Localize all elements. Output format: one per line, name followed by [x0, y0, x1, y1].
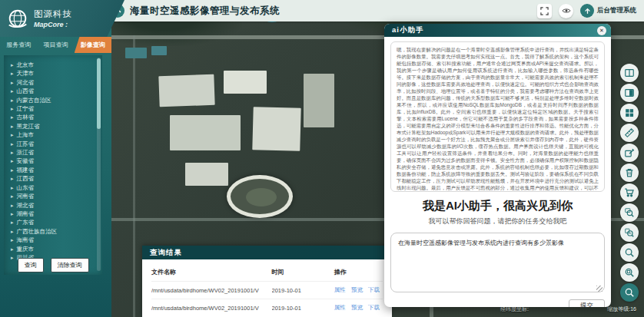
region-scrollbar[interactable]: [97, 58, 101, 271]
ai-assistant-panel: ai小助手 嗯，我现在要解决的问题是在一个海量时空遥感影像管理系统中进行查询，并…: [384, 24, 611, 307]
column-file-name: 文件名称: [151, 265, 272, 282]
region-item[interactable]: 湖北省: [11, 201, 102, 210]
sidebar-tabs: 服务查询 项目查询 影像查询: [0, 37, 111, 53]
map-building: [170, 115, 241, 150]
region-item[interactable]: 安徽省: [11, 157, 102, 165]
column-operation: 操作: [334, 265, 383, 282]
results-panel-body: 文件名称 时间 操作 /mnt/usdata/birdhome/WV02_201…: [142, 259, 392, 317]
region-item[interactable]: 山东省: [11, 183, 102, 192]
results-table-header: 文件名称 时间 操作: [151, 265, 383, 282]
region-item[interactable]: 上海市: [11, 130, 102, 139]
clear-query-button[interactable]: 清除查询: [51, 258, 89, 272]
header-actions: 后台管理系统: [537, 4, 644, 18]
region-item[interactable]: 海南省: [11, 236, 102, 244]
tab-service-query[interactable]: 服务查询: [0, 37, 37, 53]
cart-icon[interactable]: [620, 183, 639, 202]
region-item[interactable]: 广西壮族自治区: [11, 227, 102, 236]
attribute-link[interactable]: 属性: [334, 286, 346, 293]
fullscreen-icon[interactable]: [537, 4, 552, 18]
region-item[interactable]: 福建省: [11, 166, 102, 174]
ai-input-wrap: 在海量时空遥感影像管理与发布系统内进行查询有多少景影像: [390, 233, 605, 296]
map-road: [133, 35, 135, 317]
arrow-up-icon: [580, 4, 594, 18]
column-time: 时间: [272, 265, 334, 282]
swipe-compare-icon[interactable]: [620, 64, 639, 82]
region-item[interactable]: 浙江省: [11, 148, 102, 157]
grid-view-icon[interactable]: [620, 104, 639, 122]
map-building: [151, 46, 167, 55]
draw-rectangle-icon[interactable]: [620, 144, 639, 162]
ai-panel-title: ai小助手: [392, 25, 423, 35]
region-item[interactable]: 湖南省: [11, 210, 102, 218]
region-item[interactable]: 辽宁省: [11, 104, 102, 113]
map-toolbar: [619, 64, 640, 302]
region-item[interactable]: 河北省: [11, 78, 102, 87]
table-row[interactable]: /mnt/usdata/birdhome/WV02_20191001/V 201…: [151, 282, 383, 299]
query-point-icon[interactable]: [620, 243, 639, 262]
map-building: [224, 71, 267, 94]
region-item[interactable]: 天津市: [11, 69, 102, 78]
ai-reasoning-output: 嗯，我现在要解决的问题是在一个海量时空遥感影像管理系统中进行查询，并找出满足特定…: [390, 41, 605, 192]
brand-text: 图源科技 MapCore :: [34, 8, 72, 28]
region-item[interactable]: 江苏省: [11, 140, 102, 148]
admin-system-button[interactable]: 后台管理系统: [580, 4, 636, 18]
download-link[interactable]: 下载: [368, 304, 380, 311]
results-table: 文件名称 时间 操作 /mnt/usdata/birdhome/WV02_201…: [151, 265, 383, 316]
ai-panel-body: 嗯，我现在要解决的问题是在一个海量时空遥感影像管理系统中进行查询，并找出满足特定…: [384, 37, 611, 307]
region-list: 北京市 天津市 河北省 山西省 内蒙古自治区 辽宁省 吉林省 黑龙江省 上海市 …: [11, 61, 102, 262]
globe-logo-icon: [6, 7, 29, 30]
region-item[interactable]: 黑龙江省: [11, 122, 102, 130]
zoom-level-readout: 缩放等级:16: [607, 305, 636, 313]
submit-button[interactable]: 提交: [569, 299, 605, 307]
region-item[interactable]: 山西省: [11, 87, 102, 95]
resize-handle[interactable]: [596, 286, 603, 292]
tab-project-query[interactable]: 项目查询: [37, 37, 74, 53]
ai-task-input[interactable]: 在海量时空遥感影像管理与发布系统内进行查询有多少景影像: [390, 233, 605, 292]
map-building: [185, 163, 228, 186]
preview-link[interactable]: 预览: [351, 286, 363, 293]
ai-welcome-title: 我是AI小助手，很高兴见到你: [390, 199, 605, 213]
eye-icon[interactable]: [559, 4, 573, 18]
time-cell: 2019-10-01: [272, 299, 334, 317]
region-item[interactable]: 吉林省: [11, 113, 102, 121]
tab-image-query[interactable]: 影像查询: [75, 37, 111, 53]
query-rect-icon[interactable]: [620, 263, 639, 282]
ai-submit-row: 提交: [390, 299, 605, 307]
query-button[interactable]: 查询: [18, 258, 44, 272]
file-path-cell: /mnt/usdata/birdhome/WV02_20191001/V: [151, 299, 272, 317]
results-panel-title[interactable]: 查询结果: [142, 246, 392, 259]
zoom-area-in-icon[interactable]: [620, 203, 639, 222]
ai-welcome-subtitle: 我可以帮你回答问题，请把你的任务交给我吧: [390, 216, 605, 226]
region-item[interactable]: 重庆市: [11, 245, 102, 253]
map-building: [125, 48, 147, 58]
region-item[interactable]: 北京市: [11, 61, 102, 69]
operations-cell: 属性 预览 下载: [334, 299, 383, 317]
map-building: [304, 74, 334, 127]
region-panel: 北京市 天津市 河北省 山西省 内蒙古自治区 辽宁省 吉林省 黑龙江省 上海市 …: [4, 55, 102, 275]
map-building: [252, 107, 300, 151]
top-header: 海量时空遥感影像管理与发布系统 后台管理系统: [100, 0, 644, 21]
sidebar: 服务查询 项目查询 影像查询 北京市 天津市 河北省 山西省 内蒙古自治区 辽宁…: [0, 0, 111, 317]
measure-icon[interactable]: [620, 124, 639, 142]
delete-icon[interactable]: [620, 163, 639, 182]
download-link[interactable]: 下载: [368, 286, 380, 293]
table-row[interactable]: /mnt/usdata/birdhome/WV02_20191001/V 201…: [151, 299, 383, 317]
zoom-area-out-icon[interactable]: [620, 223, 639, 242]
query-search-active-icon[interactable]: [620, 283, 639, 302]
scrollbar-thumb[interactable]: [97, 58, 101, 129]
attribute-link[interactable]: 属性: [334, 304, 346, 311]
ai-panel-header[interactable]: ai小助手: [384, 24, 611, 37]
sidebar-buttons: 查询 清除查询: [4, 258, 102, 272]
region-item[interactable]: 河南省: [11, 192, 102, 200]
region-item[interactable]: 江西省: [11, 174, 102, 183]
file-path-cell: /mnt/usdata/birdhome/WV02_20191001/V: [151, 282, 272, 299]
layer-compare-icon[interactable]: [620, 84, 639, 102]
map-stadium: [227, 175, 293, 218]
close-icon[interactable]: [597, 26, 606, 35]
brand-block: 图源科技 MapCore :: [0, 0, 124, 37]
map-building: [158, 74, 214, 107]
region-item[interactable]: 内蒙古自治区: [11, 96, 102, 104]
preview-link[interactable]: 预览: [351, 304, 363, 311]
region-item[interactable]: 广东省: [11, 218, 102, 226]
query-results-panel: 查询结果 文件名称 时间 操作 /mnt/usdata/birdhome/WV0…: [142, 246, 392, 317]
